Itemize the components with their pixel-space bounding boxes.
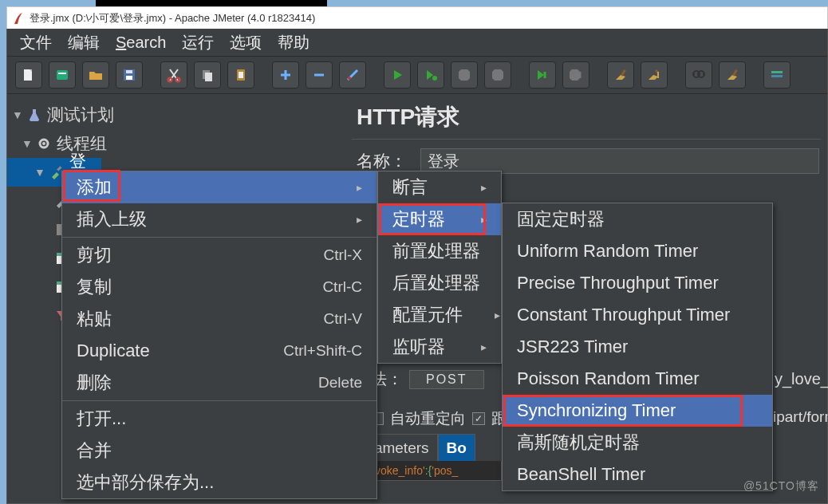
svg-rect-11 — [239, 72, 243, 78]
caret-down-icon: ▼ — [22, 137, 31, 150]
templates-button[interactable] — [49, 61, 76, 89]
submenu-add: 断言 定时器 前置处理器 后置处理器 配置元件 监听器 — [377, 171, 502, 364]
tree-test-plan[interactable]: ▼ 测试计划 — [7, 100, 349, 129]
menu-help[interactable]: 帮助 — [278, 32, 310, 53]
svg-rect-1 — [57, 70, 68, 80]
paste-button[interactable] — [227, 61, 254, 89]
timer-constant-throughput[interactable]: Constant Throughput Timer — [503, 299, 772, 331]
tab-body[interactable]: Bo — [438, 434, 475, 462]
svg-point-12 — [348, 77, 351, 80]
stop-button[interactable] — [451, 61, 478, 89]
menu-run[interactable]: 运行 — [182, 32, 214, 53]
svg-rect-4 — [126, 76, 132, 80]
timer-gaussian[interactable]: 高斯随机定时器 — [503, 427, 772, 459]
jmeter-feather-icon — [14, 12, 23, 25]
sub-config[interactable]: 配置元件 — [378, 299, 501, 331]
ctx-delete[interactable]: 删除Delete — [62, 367, 377, 399]
ctx-open[interactable]: 打开... — [62, 403, 377, 435]
clear-button[interactable] — [607, 61, 634, 89]
path-fragment: y_love_ — [775, 370, 828, 388]
sub-listeners[interactable]: 监听器 — [378, 331, 501, 363]
timer-poisson[interactable]: Poisson Random Timer — [503, 363, 772, 395]
menu-options[interactable]: 选项 — [230, 32, 262, 53]
new-button[interactable] — [15, 61, 42, 89]
sub-assertions[interactable]: 断言 — [378, 171, 501, 203]
panel-title: HTTP请求 — [357, 102, 827, 132]
menu-edit[interactable]: 编辑 — [68, 32, 100, 53]
timer-jsr223[interactable]: JSR223 Timer — [503, 331, 772, 363]
sub-preprocessors[interactable]: 前置处理器 — [378, 235, 501, 267]
remote-stop-button[interactable] — [562, 61, 589, 89]
timer-beanshell[interactable]: BeanShell Timer — [503, 459, 772, 490]
svg-rect-18 — [771, 71, 783, 73]
ctx-duplicate[interactable]: DuplicateCtrl+Shift-C — [62, 335, 377, 367]
ctx-save-selection-as[interactable]: 选中部分保存为... — [62, 467, 377, 498]
menu-search[interactable]: Search — [116, 33, 166, 52]
titlebar: 登录.jmx (D:\小可爱\登录.jmx) - Apache JMeter (… — [6, 6, 828, 29]
svg-rect-5 — [126, 70, 132, 73]
content-type-fragment: ipart/form — [773, 408, 828, 426]
caret-down-icon: ▼ — [12, 108, 22, 121]
svg-point-21 — [42, 142, 45, 145]
toolbar — [7, 56, 827, 94]
timer-synchronizing[interactable]: Synchronizing Timer — [503, 395, 772, 427]
submenu-timers: 固定定时器 Uniform Random Timer Precise Throu… — [502, 203, 773, 491]
ctx-merge[interactable]: 合并 — [62, 435, 377, 467]
tree-thread-group[interactable]: ▼ 线程组 — [7, 129, 349, 158]
timer-constant[interactable]: 固定定时器 — [503, 203, 772, 235]
start-button[interactable] — [384, 61, 411, 89]
caret-down-icon: ▼ — [34, 166, 44, 179]
gear-icon — [36, 136, 52, 152]
shutdown-button[interactable] — [484, 61, 511, 89]
follow-checkbox[interactable]: ✓ — [472, 412, 485, 425]
flask-icon — [26, 107, 42, 123]
name-label: 名称： — [357, 150, 409, 172]
function-helper-button[interactable] — [763, 61, 791, 89]
timer-uniform[interactable]: Uniform Random Timer — [503, 235, 772, 267]
ctx-cut[interactable]: 剪切Ctrl-X — [62, 239, 377, 271]
reset-search-button[interactable] — [719, 61, 746, 89]
svg-rect-17 — [732, 69, 738, 76]
ctx-paste[interactable]: 粘贴Ctrl-V — [62, 303, 377, 335]
collapse-button[interactable] — [306, 61, 333, 89]
ctx-insert-parent[interactable]: 插入上级 — [62, 203, 377, 235]
svg-point-13 — [432, 76, 437, 81]
search-button[interactable] — [685, 61, 712, 89]
auto-redirect-label: 自动重定向 — [390, 408, 466, 429]
tree-label: 测试计划 — [47, 104, 114, 126]
method-value[interactable]: POST — [409, 370, 484, 389]
svg-rect-0 — [24, 69, 32, 81]
menu-file[interactable]: 文件 — [20, 32, 52, 53]
timer-precise[interactable]: Precise Throughput Timer — [503, 267, 772, 299]
open-button[interactable] — [82, 61, 109, 89]
menubar: 文件 编辑 Search 运行 选项 帮助 — [7, 29, 827, 56]
start-no-pause-button[interactable] — [417, 61, 444, 89]
svg-rect-14 — [621, 69, 626, 76]
svg-rect-2 — [58, 73, 66, 74]
copy-button[interactable] — [194, 61, 221, 89]
svg-rect-9 — [205, 73, 212, 81]
ctx-copy[interactable]: 复制Ctrl-C — [62, 271, 377, 303]
watermark: @51CTO博客 — [743, 479, 819, 494]
remote-start-button[interactable] — [529, 61, 556, 89]
save-button[interactable] — [116, 61, 143, 89]
ctx-add[interactable]: 添加 — [62, 171, 377, 203]
clear-all-button[interactable] — [641, 61, 668, 89]
sub-postprocessors[interactable]: 后置处理器 — [378, 267, 501, 299]
window-title: 登录.jmx (D:\小可爱\登录.jmx) - Apache JMeter (… — [30, 11, 315, 26]
expand-button[interactable] — [272, 61, 299, 89]
cut-button[interactable] — [160, 61, 187, 89]
context-menu: 添加 插入上级 剪切Ctrl-X 复制Ctrl-C 粘贴Ctrl-V Dupli… — [61, 171, 377, 499]
toggle-button[interactable] — [339, 61, 366, 89]
sub-timers[interactable]: 定时器 — [378, 203, 501, 235]
svg-rect-19 — [771, 75, 783, 77]
